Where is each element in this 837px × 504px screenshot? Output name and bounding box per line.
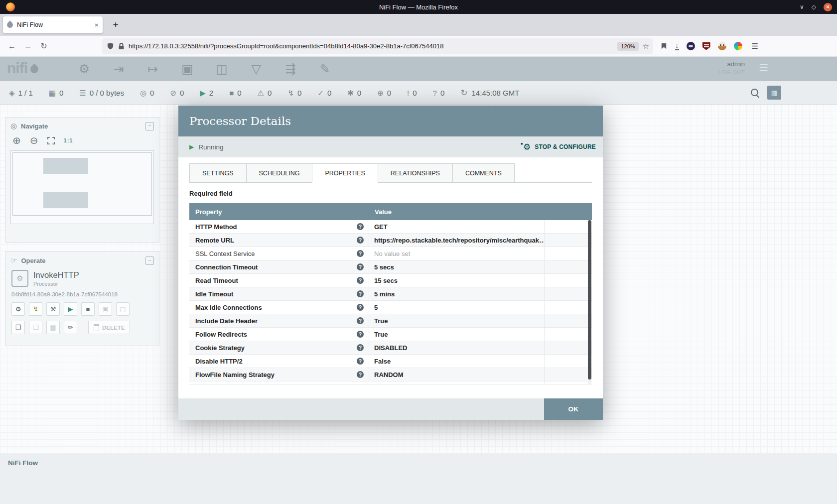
help-icon[interactable]: ?: [357, 277, 364, 284]
zoom-in-icon[interactable]: ⊕: [12, 135, 21, 145]
browser-tab[interactable]: NiFi Flow ✕: [3, 16, 103, 33]
help-icon[interactable]: ?: [357, 344, 364, 351]
warning-icon: ⚠: [258, 89, 264, 97]
logout-link[interactable]: LOG OUT: [718, 69, 745, 75]
browser-menu-icon[interactable]: ☰: [752, 42, 758, 51]
forward-button[interactable]: →: [20, 38, 36, 54]
panel-toggle-button[interactable]: ▦: [767, 86, 781, 100]
property-value[interactable]: DISABLED: [369, 341, 544, 354]
table-row[interactable]: Cookie Strategy?DISABLED: [189, 341, 592, 355]
table-row[interactable]: SSL Context Service?No value set: [189, 247, 592, 260]
zoom-out-icon[interactable]: ⊖: [30, 135, 38, 145]
process-group-icon[interactable]: ▣: [177, 59, 198, 80]
table-row[interactable]: FlowFile Naming Strategy?RANDOM: [189, 368, 592, 381]
output-port-icon[interactable]: ↦: [142, 59, 163, 80]
help-icon[interactable]: ?: [357, 304, 364, 311]
table-row[interactable]: Max Idle Connections?5: [189, 301, 592, 314]
help-icon[interactable]: ?: [357, 358, 364, 365]
zoom-level-badge[interactable]: 120%: [617, 42, 638, 51]
global-menu-icon[interactable]: ☰: [759, 62, 768, 74]
table-row[interactable]: Remote URL?https://repo.stackable.tech/r…: [189, 234, 592, 247]
gear-icon[interactable]: ⚙: [11, 302, 25, 316]
tab-relationships[interactable]: RELATIONSHIPS: [378, 163, 452, 183]
shield-icon[interactable]: [107, 42, 114, 50]
key-icon[interactable]: ⚒: [46, 302, 60, 316]
play-icon[interactable]: ▶: [64, 302, 77, 316]
help-icon[interactable]: ?: [357, 250, 364, 257]
property-value[interactable]: RANDOM: [369, 368, 544, 381]
brush-icon[interactable]: ✏: [64, 321, 77, 334]
ok-button[interactable]: OK: [544, 398, 603, 420]
stop-and-configure-button[interactable]: ⚙■ STOP & CONFIGURE: [523, 143, 596, 151]
property-value[interactable]: True: [369, 328, 544, 341]
processor-icon[interactable]: ⚙: [74, 59, 95, 80]
window-maximize-button[interactable]: ◇: [812, 4, 816, 10]
table-row[interactable]: Idle Timeout?5 mins: [189, 287, 592, 301]
property-value[interactable]: 5: [369, 301, 544, 314]
birdseye-minimap[interactable]: [10, 150, 154, 224]
help-icon[interactable]: ?: [357, 263, 364, 270]
lock-icon[interactable]: [118, 43, 125, 50]
window-close-button[interactable]: ✕: [824, 3, 832, 11]
url-text[interactable]: https://172.18.0.3:32558/nifi/?processGr…: [129, 42, 612, 50]
trash-icon: [94, 324, 99, 331]
table-row[interactable]: Connection Timeout?5 secs: [189, 260, 592, 274]
funnel-icon[interactable]: ▽: [246, 59, 267, 80]
tab-settings[interactable]: SETTINGS: [189, 163, 246, 183]
label-icon[interactable]: ✎: [314, 59, 335, 80]
property-value[interactable]: False: [369, 355, 544, 368]
ublock-icon[interactable]: [702, 42, 710, 50]
property-value[interactable]: 15 secs: [369, 274, 544, 287]
url-bar[interactable]: https://172.18.0.3:32558/nifi/?processGr…: [102, 38, 653, 54]
window-minimize-button[interactable]: ∨: [800, 4, 804, 10]
help-icon[interactable]: ?: [357, 237, 364, 244]
copy-icon[interactable]: ❐: [11, 321, 25, 334]
table-row[interactable]: Include Date Header?True: [189, 314, 592, 328]
input-port-icon[interactable]: ⇥: [108, 59, 129, 80]
stop-icon[interactable]: ■: [81, 302, 95, 316]
property-value[interactable]: 5 secs: [369, 260, 544, 273]
refresh-icon[interactable]: ↻: [460, 88, 467, 98]
tab-scheduling[interactable]: SCHEDULING: [246, 163, 312, 183]
bolt-icon[interactable]: ↯: [29, 302, 42, 316]
selected-component-id: 04b8fd14-80a9-30e2-8b1a-7cf067544018: [11, 291, 153, 297]
table-row[interactable]: Read Timeout?15 secs: [189, 274, 592, 287]
help-icon[interactable]: ?: [357, 317, 364, 324]
remote-process-group-icon[interactable]: ◫: [211, 59, 232, 80]
table-scrollbar[interactable]: [588, 220, 591, 384]
property-value[interactable]: GET: [369, 220, 544, 233]
tab-properties[interactable]: PROPERTIES: [312, 163, 377, 183]
help-icon[interactable]: ?: [357, 290, 364, 297]
collapse-navigate-button[interactable]: −: [145, 122, 154, 130]
table-row[interactable]: Follow Redirects?True: [189, 328, 592, 341]
pinwheel-extension-icon[interactable]: [734, 42, 742, 50]
property-name: Remote URL: [195, 237, 234, 244]
scrollbar-thumb[interactable]: [588, 220, 591, 379]
property-value[interactable]: True: [369, 314, 544, 327]
help-icon[interactable]: ?: [357, 331, 364, 338]
back-button[interactable]: ←: [4, 38, 20, 54]
extension-mask-icon[interactable]: [687, 42, 695, 50]
bookmark-star-icon[interactable]: ☆: [643, 42, 649, 51]
collapse-operate-button[interactable]: −: [145, 256, 154, 265]
tab-comments[interactable]: COMMENTS: [452, 163, 515, 183]
privacy-badger-icon[interactable]: [718, 42, 726, 50]
downloads-icon[interactable]: ↓: [675, 42, 679, 50]
table-row[interactable]: Disable HTTP/2?False: [189, 355, 592, 368]
search-icon[interactable]: [751, 89, 758, 96]
help-icon[interactable]: ?: [357, 223, 364, 230]
actual-size-icon[interactable]: 1:1: [64, 138, 73, 143]
help-icon[interactable]: ?: [357, 371, 364, 378]
tab-close-icon[interactable]: ✕: [95, 22, 99, 28]
reload-button[interactable]: ↻: [36, 38, 52, 54]
property-value[interactable]: https://repo.stackable.tech/repository/m…: [369, 234, 544, 247]
new-tab-button[interactable]: +: [109, 18, 123, 32]
table-row[interactable]: HTTP Method?GET: [189, 220, 592, 234]
property-value[interactable]: No value set: [369, 247, 544, 260]
zoom-fit-icon[interactable]: [47, 137, 55, 144]
dialog-tabs: SETTINGSSCHEDULINGPROPERTIESRELATIONSHIP…: [189, 163, 592, 183]
pocket-icon[interactable]: [660, 42, 668, 50]
breadcrumb[interactable]: NiFi Flow: [8, 459, 38, 467]
template-icon[interactable]: ⇶: [280, 59, 301, 80]
property-value[interactable]: 5 mins: [369, 287, 544, 300]
